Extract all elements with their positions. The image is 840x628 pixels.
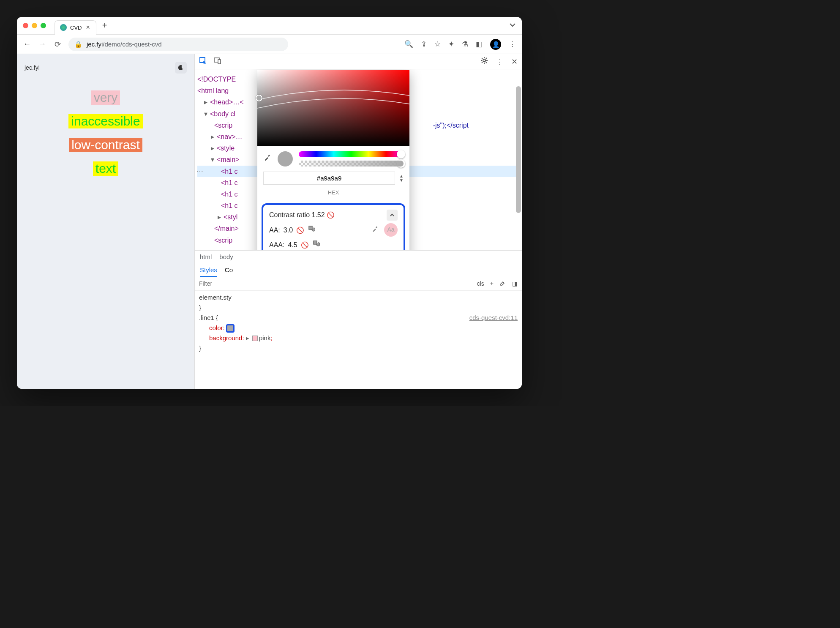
chevron-up-icon xyxy=(390,213,395,218)
svg-point-3 xyxy=(483,59,485,62)
main-node[interactable]: <main> xyxy=(217,156,239,163)
current-color-swatch xyxy=(278,151,293,167)
demo-word-text: text xyxy=(93,161,118,176)
hex-input[interactable] xyxy=(263,172,395,185)
style-node[interactable]: <style xyxy=(217,145,235,152)
new-tab-button[interactable]: + xyxy=(102,21,107,30)
tab-close-button[interactable]: × xyxy=(85,24,90,31)
element-style-label: element.sty xyxy=(199,294,232,301)
contrast-collapse-button[interactable] xyxy=(387,210,398,221)
scrollbar[interactable] xyxy=(516,86,521,213)
fix-contrast-icon xyxy=(308,225,315,232)
chevron-down-icon xyxy=(509,22,516,28)
tabs-overflow[interactable] xyxy=(509,22,516,30)
hue-slider[interactable] xyxy=(299,151,404,157)
device-toolbar-icon[interactable] xyxy=(213,57,222,67)
contrast-preview-badge: Aa xyxy=(384,223,398,237)
nav-node[interactable]: <nav>… xyxy=(217,133,242,140)
styles-tabs: Styles Co xyxy=(195,263,522,277)
html-node: <html lang xyxy=(197,87,229,94)
traffic-lights xyxy=(23,23,46,28)
h1-node[interactable]: <h1 c xyxy=(221,179,238,186)
menu-icon[interactable]: ⋮ xyxy=(509,40,516,49)
body-node[interactable]: <body cl xyxy=(210,110,235,117)
aa-fix-button[interactable] xyxy=(308,224,315,236)
eyedropper-button[interactable] xyxy=(263,153,272,166)
maximize-window-button[interactable] xyxy=(41,23,46,28)
val-background[interactable]: pink xyxy=(259,334,271,341)
site-label: jec.fyi xyxy=(25,64,40,71)
sv-cursor[interactable] xyxy=(256,95,262,101)
color-swatch-pink[interactable] xyxy=(252,336,258,341)
styles-filter-input[interactable] xyxy=(199,280,273,287)
toolbar-icons: 🔍 ⇪ ☆ ✦ ⚗ ◧ 👤 ⋮ xyxy=(404,39,516,50)
head-node[interactable]: <head>…< xyxy=(210,98,244,106)
breadcrumb-html[interactable]: html xyxy=(200,253,212,260)
bookmark-icon[interactable]: ☆ xyxy=(434,40,441,49)
contrast-eyedropper[interactable] xyxy=(371,224,379,236)
devtools-close-icon[interactable]: ✕ xyxy=(511,57,518,66)
extensions-icon[interactable]: ✦ xyxy=(448,40,454,49)
zoom-icon[interactable]: 🔍 xyxy=(404,40,413,49)
h1-node-selected[interactable]: <h1 c xyxy=(221,168,238,175)
dom-breadcrumb: html body xyxy=(195,250,522,263)
lock-icon: 🔒 xyxy=(74,41,82,48)
styles-body: element.sty } cds-quest-cvd:11 .line1 { … xyxy=(195,291,522,355)
saturation-value-field[interactable] xyxy=(257,70,409,146)
style-node[interactable]: <styl xyxy=(224,213,237,221)
page-content: jec.fyi very inaccessible low-contrast t… xyxy=(17,54,194,389)
h1-node[interactable]: <h1 c xyxy=(221,191,238,198)
demo-word-low-contrast: low-contrast xyxy=(69,138,142,152)
main-close-node: </main> xyxy=(214,225,239,232)
profile-avatar[interactable]: 👤 xyxy=(490,39,501,50)
format-switcher[interactable]: ▲▼ xyxy=(399,174,404,183)
browser-tab[interactable]: CVD × xyxy=(55,20,96,35)
moon-icon xyxy=(178,65,184,71)
eyedropper-icon xyxy=(263,153,272,161)
color-swatch-gray[interactable] xyxy=(226,324,235,333)
devtools-panel: ⋮ ✕ <!DOCTYPE <html lang ▸<head>…< ▾<bod… xyxy=(194,54,522,389)
close-window-button[interactable] xyxy=(23,23,28,28)
dom-tree[interactable]: <!DOCTYPE <html lang ▸<head>…< ▾<body cl… xyxy=(195,69,522,250)
devtools-menu-icon[interactable]: ⋮ xyxy=(496,57,504,66)
tab-computed[interactable]: Co xyxy=(225,266,233,277)
reload-button[interactable]: ⟳ xyxy=(53,40,62,49)
source-link[interactable]: cds-quest-cvd:11 xyxy=(469,313,518,323)
script-node[interactable]: <scrip xyxy=(214,237,232,244)
url-field[interactable]: 🔒 jec.fyi/demo/cds-quest-cvd xyxy=(68,38,288,51)
closing-brace: } xyxy=(199,344,201,352)
back-button[interactable]: ← xyxy=(23,40,31,49)
inspect-element-icon[interactable] xyxy=(199,57,207,67)
color-picker: ▲▼ HEX Contrast ratio 1.52 🚫 xyxy=(257,70,409,250)
tab-styles[interactable]: Styles xyxy=(200,266,217,277)
labs-icon[interactable]: ⚗ xyxy=(462,40,468,49)
cls-toggle[interactable]: cls xyxy=(477,280,484,287)
sidepanel-icon[interactable]: ◧ xyxy=(476,40,483,49)
fail-icon: 🚫 xyxy=(301,240,309,250)
devtools-settings-icon[interactable] xyxy=(480,56,488,67)
new-style-rule-button[interactable]: + xyxy=(490,280,494,287)
alpha-thumb[interactable] xyxy=(397,159,405,168)
tab-title: CVD xyxy=(70,25,82,31)
dark-mode-toggle[interactable] xyxy=(175,62,187,74)
share-icon[interactable]: ⇪ xyxy=(421,40,427,49)
hue-thumb[interactable] xyxy=(397,150,405,158)
styles-filter-row: cls + ◨ xyxy=(195,277,522,291)
aaa-fix-button[interactable] xyxy=(312,239,320,250)
eyedropper-icon xyxy=(371,225,379,232)
breadcrumb-body[interactable]: body xyxy=(219,253,233,260)
alpha-slider[interactable] xyxy=(299,161,404,167)
browser-window: CVD × + ← → ⟳ 🔒 jec.fyi/demo/cds-quest-c… xyxy=(17,17,522,389)
script-node[interactable]: <scrip xyxy=(214,122,232,129)
gear-icon xyxy=(480,56,488,65)
aaa-value: 4.5 xyxy=(288,239,297,250)
aaa-label: AAA: xyxy=(269,239,284,250)
rendering-button[interactable] xyxy=(499,280,506,288)
prop-color[interactable]: color xyxy=(209,324,223,331)
h1-node[interactable]: <h1 c xyxy=(221,202,238,209)
prop-background[interactable]: background xyxy=(209,334,242,341)
rule-selector: .line1 { xyxy=(199,314,218,321)
minimize-window-button[interactable] xyxy=(32,23,37,28)
computed-sidebar-button[interactable]: ◨ xyxy=(512,280,518,287)
doctype-node: <!DOCTYPE xyxy=(197,76,236,83)
